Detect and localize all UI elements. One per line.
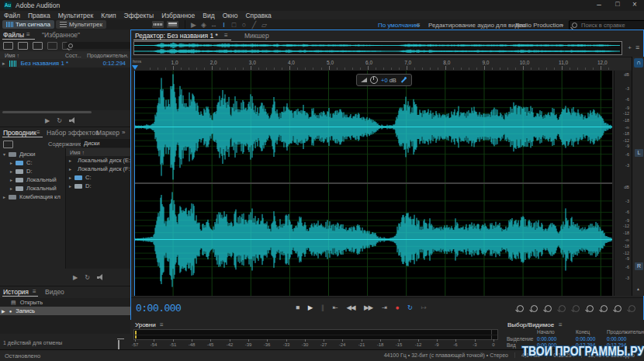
save-file-icon[interactable] (47, 42, 57, 50)
menu-Окно[interactable]: Окно (219, 12, 242, 19)
browser-loop-icon[interactable]: ↻ (85, 274, 90, 281)
move-tool[interactable]: ▶ (189, 21, 199, 29)
menu-Справка[interactable]: Справка (241, 12, 275, 19)
tree-item-C:[interactable]: ▸C: (0, 158, 65, 167)
waveform-display-button[interactable] (152, 21, 164, 28)
tree-item-Комбинация кл[interactable]: ▸Комбинация кл (0, 193, 65, 201)
drive-row-D:[interactable]: ▸D: (66, 182, 130, 190)
volume-hud[interactable]: +0 dB (356, 74, 412, 86)
menu-Избранное[interactable]: Избранное (158, 12, 199, 19)
razor-tool[interactable]: ◈ (199, 21, 209, 29)
snap-toggle-icon[interactable]: ∩ (634, 58, 643, 68)
files-hscrollbar[interactable] (2, 111, 92, 113)
tab-effects-rack[interactable]: Набор эффектов (47, 129, 99, 137)
preview-play-icon[interactable]: ▶ (45, 117, 50, 124)
marquee-selection-tool[interactable]: □ (229, 21, 239, 29)
tree-expander-icon[interactable]: ▸ (3, 194, 5, 200)
time-display[interactable]: 0:00.000 (136, 303, 181, 314)
overview-menu-icon[interactable]: ≡ (635, 43, 639, 51)
history-row-record[interactable]: ▶ ● Запись (0, 307, 130, 315)
zoom-in-time-button[interactable] (517, 305, 524, 312)
rewind-button[interactable]: ◀◀ (346, 301, 355, 314)
zoom-selection-button[interactable] (573, 305, 580, 312)
lasso-selection-tool[interactable]: ○ (239, 21, 249, 29)
history-row-open[interactable]: ▤ Открыть (0, 298, 130, 307)
zoom-amplitude-button[interactable] (628, 305, 635, 312)
skip-to-start-button[interactable]: ⇤ (333, 301, 338, 314)
browser-speaker-icon[interactable] (97, 274, 105, 281)
tree-expander-icon[interactable]: ▸ (10, 177, 12, 182)
tab-files[interactable]: Файлы (3, 31, 24, 39)
menu-Правка[interactable]: Правка (24, 12, 54, 19)
loop-playback-button[interactable]: ↻ (407, 301, 412, 314)
playhead-marker[interactable] (132, 65, 138, 70)
files-panel-menu-icon[interactable]: ≡ (26, 31, 30, 38)
tab-selection-view[interactable]: Выбор/Видимое (507, 321, 554, 328)
close-button[interactable]: × (627, 0, 642, 10)
tree-expander-icon[interactable]: ▸ (10, 186, 12, 191)
tab-history[interactable]: История (3, 288, 29, 296)
skip-to-end-button[interactable]: ⇥ (382, 301, 386, 314)
pencil-tool[interactable]: ╱ (249, 21, 259, 29)
pause-button[interactable]: ∥ (321, 301, 324, 314)
paintbrush-tool[interactable]: ▱ (259, 21, 269, 29)
tab-favorites[interactable]: "Избранное" (42, 31, 80, 39)
overview-zoom-icon[interactable]: + (626, 44, 633, 51)
drive-row-C:[interactable]: ▸C: (66, 173, 130, 182)
editor-panel-menu-icon[interactable]: ≡ (224, 32, 228, 39)
tab-video[interactable]: Видео (45, 288, 64, 296)
browser-import-icon[interactable] (3, 141, 13, 148)
zoom-out-time-button[interactable] (531, 305, 538, 312)
record-button[interactable]: ● (395, 301, 398, 314)
tab-markers[interactable]: Маркеры (96, 129, 119, 137)
hud-pin-icon[interactable] (400, 76, 407, 84)
multitrack-view-button[interactable]: Мультитрек (56, 20, 106, 29)
preview-loop-icon[interactable]: ↻ (57, 117, 62, 124)
history-panel-menu-icon[interactable]: ≡ (33, 288, 36, 295)
drive-row-Локальный диск (E:)[interactable]: ▸Локальный диск (E:) (66, 156, 130, 165)
zoom-full-button[interactable] (545, 305, 552, 312)
workspace-menu-icon[interactable]: ≡ (417, 22, 421, 29)
zoom-reset-button[interactable] (559, 305, 566, 312)
hud-knob-icon[interactable] (370, 76, 378, 84)
maximize-button[interactable]: □ (610, 0, 625, 10)
minimize-button[interactable]: – (591, 0, 607, 10)
selection-panel-menu-icon[interactable]: ≡ (559, 321, 563, 328)
workspace-radio-production[interactable]: Radio Production (515, 22, 563, 29)
waveform-view-button[interactable]: Тип сигнала (2, 20, 54, 29)
tab-editor[interactable]: Редактор: Без названия 1 * (135, 32, 218, 40)
import-file-icon[interactable] (18, 42, 28, 50)
fast-forward-button[interactable]: ▶▶ (364, 301, 372, 314)
tree-item-Диски[interactable]: ▾Диски (0, 150, 65, 158)
workspace-default[interactable]: По умолчанию (378, 22, 420, 29)
menu-Мультитрек[interactable]: Мультитрек (54, 12, 98, 19)
spectral-display-button[interactable] (167, 21, 178, 28)
stop-button[interactable]: ■ (296, 301, 299, 314)
levels-panel-menu-icon[interactable]: ≡ (160, 321, 164, 328)
browser-play-icon[interactable]: ▶ (73, 274, 78, 281)
channel-badge-left[interactable]: L (635, 149, 643, 157)
menu-Файл[interactable]: Файл (0, 12, 24, 19)
overview-strip[interactable] (133, 41, 622, 55)
tree-item-Локальный[interactable]: ▸Локальный (0, 175, 65, 184)
drive-row-Локальный диск (F:)[interactable]: ▸Локальный диск (F:) (66, 165, 130, 173)
tab-levels[interactable]: Уровни (135, 321, 156, 328)
slip-tool[interactable]: ↔ (209, 21, 219, 29)
browser-name-header[interactable]: Имя ↑ (66, 148, 130, 156)
waveform-display[interactable] (134, 71, 612, 296)
tree-expander-icon[interactable]: ▸ (10, 168, 12, 174)
file-expander-icon[interactable]: ▸ (2, 61, 5, 67)
zoom-in-point-button[interactable] (587, 305, 594, 312)
skip-cursor-button[interactable]: ↦ (421, 301, 426, 314)
column-state[interactable]: Сост... (65, 53, 81, 58)
column-name[interactable]: Имя ↑ (5, 53, 19, 58)
browser-panel-menu-icon[interactable]: ≡ (36, 129, 40, 136)
scroll-up-icon[interactable]: ▲ (636, 286, 640, 291)
workspace-audio-for-video[interactable]: Редактирование аудио для видео (428, 22, 525, 29)
preview-speaker-icon[interactable] (69, 117, 77, 124)
workspace-overflow-icon[interactable]: » (560, 22, 563, 29)
menu-Эффекты[interactable]: Эффекты (120, 12, 158, 19)
tree-item-Локальный[interactable]: ▸Локальный (0, 184, 65, 193)
menu-Клип[interactable]: Клип (97, 12, 119, 19)
new-file-icon[interactable] (33, 42, 43, 50)
